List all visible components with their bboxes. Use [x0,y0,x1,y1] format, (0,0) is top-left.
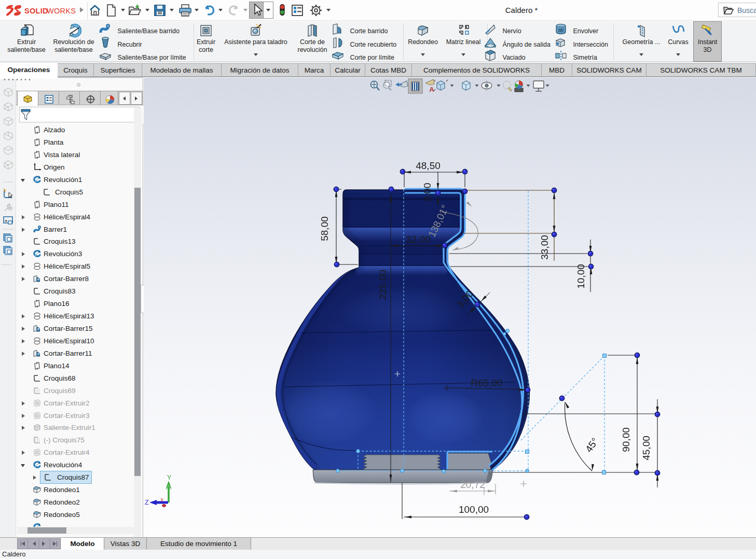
svg-text:3,00: 3,00 [422,183,433,202]
svg-text:33,00: 33,00 [539,235,550,260]
svg-text:100,00: 100,00 [459,504,489,515]
svg-text:A: A [429,86,434,93]
svg-text:20,72: 20,72 [460,479,485,490]
svg-text:225,00: 225,00 [377,270,388,300]
svg-text:90,00: 90,00 [621,427,631,452]
svg-text:10,00: 10,00 [575,264,586,289]
svg-text:WORKS: WORKS [47,7,76,15]
svg-text:R65,00: R65,00 [471,378,502,388]
svg-text:ab: ab [558,27,563,33]
svg-text:45,00: 45,00 [641,436,652,460]
svg-text:x: x [160,496,163,502]
svg-text:Y: Y [167,473,172,481]
svg-text:Z: Z [145,498,149,506]
svg-text:48,50: 48,50 [416,160,441,171]
svg-text:SOLID: SOLID [24,7,48,15]
svg-text:58,00: 58,00 [319,216,330,241]
svg-text:32,00: 32,00 [406,234,431,245]
